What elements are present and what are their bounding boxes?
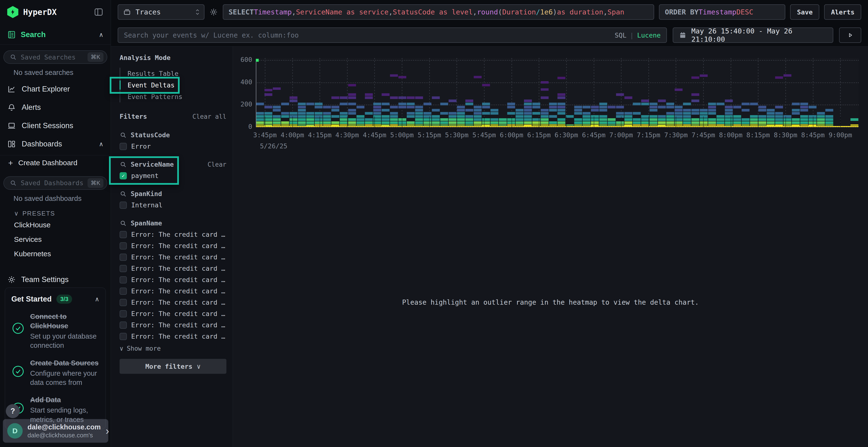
source-settings-gear-icon[interactable] (209, 8, 218, 16)
run-query-button[interactable] (839, 28, 861, 43)
filter-option[interactable]: Error: The credit card … (120, 321, 226, 329)
search-icon (10, 179, 17, 187)
sql-token: ) (553, 8, 557, 16)
analysis-mode-event-patterns[interactable]: Event Patterns (120, 91, 226, 102)
filter-option[interactable]: Error: The credit card … (120, 253, 226, 261)
checkbox-icon[interactable] (120, 265, 127, 272)
analysis-mode-label: Event Deltas (128, 81, 175, 89)
clear-all-filters-link[interactable]: Clear all (192, 113, 226, 120)
filter-option[interactable]: Error: The credit card … (120, 333, 226, 340)
sql-token: as duration (557, 8, 603, 16)
filter-option[interactable]: Error (120, 143, 226, 150)
avatar: D (7, 423, 23, 439)
sidebar-item-alerts[interactable]: Alerts (0, 98, 111, 116)
sidebar-item-label: Client Sessions (22, 122, 73, 130)
checkbox-icon[interactable] (120, 287, 127, 295)
step-title: Create Data Sources (30, 358, 99, 368)
create-dashboard-button[interactable]: + Create Dashboard (0, 156, 111, 171)
mode-sql[interactable]: SQL (615, 32, 626, 39)
sql-token: StatusCode as level (393, 8, 473, 16)
logo-row: HyperDX (0, 0, 111, 24)
checkbox-checked-icon[interactable]: ✓ (120, 172, 127, 179)
search-icon (10, 54, 17, 61)
filter-option[interactable]: ✓payment (120, 172, 226, 179)
user-menu[interactable]: D dale@clickhouse.com dale@clickhouse.co… (3, 419, 108, 443)
search-icon[interactable] (120, 220, 127, 227)
save-button[interactable]: Save (790, 4, 819, 20)
checkbox-icon[interactable] (120, 143, 127, 150)
sidebar-item-client-sessions[interactable]: Client Sessions (0, 116, 111, 135)
chevron-down-icon: ∨ (197, 363, 200, 370)
preset-item-clickhouse[interactable]: ClickHouse (0, 218, 111, 232)
preset-item-kubernetes[interactable]: Kubernetes (0, 247, 111, 261)
filter-option-label: Internal (131, 201, 162, 209)
app-title: HyperDX (23, 7, 57, 17)
filter-panel: Analysis Mode Results TableEvent DeltasE… (111, 46, 233, 447)
source-selector-value: Traces (135, 8, 161, 16)
show-more-link[interactable]: ∨ Show more (120, 345, 226, 352)
sidebar-item-label: Alerts (22, 103, 41, 112)
sql-token: ServiceName as service (296, 8, 389, 16)
chart-area: 0200400600 3:45pm4:00pm4:15pm4:30pm4:45p… (233, 46, 868, 447)
search-icon[interactable] (120, 190, 127, 198)
sql-token: , (603, 8, 607, 16)
time-range-picker[interactable]: May 26 15:40:00 - May 26 21:10:00 (673, 28, 833, 43)
analysis-mode-event-deltas[interactable]: Event Deltas (120, 79, 226, 91)
sidebar-item-search[interactable]: Search ∧ (0, 24, 111, 44)
journal-search-icon (7, 30, 16, 39)
analysis-mode-results-table[interactable]: Results Table (120, 68, 226, 79)
latency-heatmap[interactable] (256, 58, 859, 127)
sql-orderby-editor[interactable]: ORDER BY Timestamp DESC (659, 4, 785, 20)
saved-searches-placeholder: Saved Searches (21, 54, 76, 61)
filter-option[interactable]: Error: The credit card … (120, 242, 226, 249)
sql-select-editor[interactable]: SELECT Timestamp, ServiceName as service… (223, 4, 654, 20)
sidebar-item-chart-explorer[interactable]: Chart Explorer (0, 80, 111, 98)
checkbox-icon[interactable] (120, 276, 127, 283)
chevron-down-icon: ∨ (14, 210, 19, 217)
sidebar-item-dashboards[interactable]: Dashboards∧ (0, 135, 111, 153)
sql-token: , (473, 8, 477, 16)
checkbox-icon[interactable] (120, 310, 127, 317)
shortcut-badge: ⌘K (88, 52, 103, 62)
filter-option-label: Error: The credit card … (131, 265, 225, 272)
sidebar-collapse-icon[interactable] (94, 7, 103, 17)
checkbox-icon[interactable] (120, 253, 127, 261)
saved-dashboards-input[interactable]: Saved Dashboards ⌘K (3, 176, 107, 190)
filter-option[interactable]: Error: The credit card … (120, 287, 226, 295)
filter-option[interactable]: Error: The credit card … (120, 299, 226, 306)
get-started-step[interactable]: Connect to ClickHouseSet up your databas… (11, 312, 99, 350)
search-icon[interactable] (120, 132, 127, 139)
filter-group-name: SpanName (131, 219, 162, 227)
mode-lucene[interactable]: Lucene (637, 32, 661, 39)
lucene-search-input[interactable]: Search your events w/ Lucene ex. column:… (118, 28, 667, 43)
filter-group-servicename: ServiceNameClear✓payment (120, 161, 226, 179)
search-icon[interactable] (120, 161, 127, 168)
help-button[interactable]: ? (6, 404, 20, 418)
filter-option[interactable]: Error: The credit card … (120, 310, 226, 317)
checkbox-icon[interactable] (120, 321, 127, 329)
get-started-step[interactable]: Create Data SourcesConfigure where your … (11, 358, 99, 387)
more-filters-button[interactable]: More filters ∨ (120, 359, 226, 374)
checkbox-icon[interactable] (120, 242, 127, 249)
saved-searches-input[interactable]: Saved Searches ⌘K (3, 50, 107, 64)
checkbox-icon[interactable] (120, 333, 127, 340)
get-started-header[interactable]: Get Started 3/3 ∧ (11, 295, 99, 304)
filter-option[interactable]: Error: The credit card … (120, 231, 226, 238)
sql-token: , (389, 8, 393, 16)
sidebar-item-label: Chart Explorer (22, 85, 70, 94)
filter-option[interactable]: Error: The credit card … (120, 276, 226, 283)
checkbox-icon[interactable] (120, 299, 127, 306)
clear-filter-link[interactable]: Clear (208, 161, 226, 168)
preset-item-services[interactable]: Services (0, 232, 111, 247)
checkbox-icon[interactable] (120, 202, 127, 209)
checkbox-icon[interactable] (120, 231, 127, 238)
sidebar-item-team-settings[interactable]: Team Settings (0, 272, 111, 287)
alerts-button[interactable]: Alerts (824, 4, 861, 20)
filter-option[interactable]: Internal (120, 201, 226, 209)
presets-toggle[interactable]: ∨ PRESETS (14, 210, 111, 217)
filter-option[interactable]: Error: The credit card … (120, 265, 226, 272)
sql-token: / (536, 8, 540, 16)
source-selector[interactable]: Traces (118, 4, 205, 20)
y-tick-label: 200 (233, 100, 252, 108)
chevron-down-icon: ∨ (120, 345, 123, 352)
